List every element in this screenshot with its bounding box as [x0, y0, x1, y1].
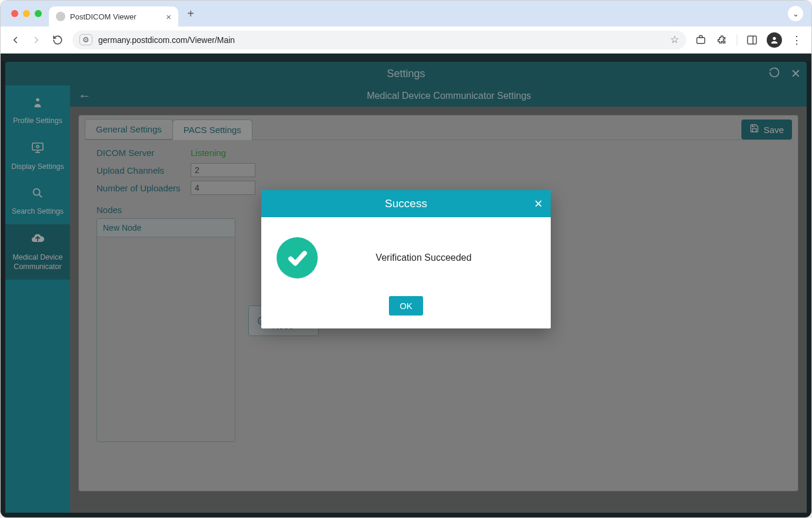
tab-overflow-button[interactable]: ⌄: [788, 6, 803, 21]
site-settings-icon[interactable]: ⚙: [79, 34, 92, 45]
app-viewport: Settings ✕ Profile Settings: [1, 54, 811, 517]
modal-title: Success: [385, 197, 427, 210]
browser-toolbar: ⚙ germany.postdicom.com/Viewer/Main ☆ ⋮: [1, 26, 811, 54]
success-check-icon: [277, 237, 318, 278]
minimize-window-icon[interactable]: [23, 10, 30, 17]
back-button[interactable]: [9, 34, 22, 47]
browser-tabbar: PostDICOM Viewer × + ⌄: [1, 1, 811, 26]
success-modal: Success × Verification Succeeded OK: [261, 190, 551, 328]
modal-message: Verification Succeeded: [335, 253, 535, 263]
toolbar-separator: [737, 34, 737, 46]
svg-rect-0: [697, 37, 704, 43]
tab-title: PostDICOM Viewer: [70, 12, 136, 21]
svg-point-4: [773, 36, 776, 39]
url-text: germany.postdicom.com/Viewer/Main: [98, 35, 235, 45]
kebab-menu-icon[interactable]: ⋮: [790, 34, 803, 47]
tab-close-icon[interactable]: ×: [166, 12, 171, 22]
forward-button[interactable]: [30, 34, 43, 47]
svg-rect-1: [700, 35, 703, 37]
profile-avatar-icon[interactable]: [767, 32, 782, 48]
browser-tab[interactable]: PostDICOM Viewer ×: [49, 6, 178, 26]
modal-body: Verification Succeeded: [261, 217, 551, 288]
close-window-icon[interactable]: [11, 10, 18, 17]
svg-rect-2: [748, 36, 757, 44]
address-bar[interactable]: ⚙ germany.postdicom.com/Viewer/Main ☆: [72, 31, 686, 49]
window-controls: [8, 10, 49, 17]
fullscreen-window-icon[interactable]: [35, 10, 42, 17]
new-tab-button[interactable]: +: [182, 5, 199, 22]
bookmark-star-icon[interactable]: ☆: [670, 34, 679, 46]
extensions-puzzle-icon[interactable]: [716, 34, 728, 47]
side-panel-icon[interactable]: [746, 34, 758, 47]
reload-button[interactable]: [51, 34, 64, 47]
browser-window: PostDICOM Viewer × + ⌄ ⚙ germany.postdic…: [0, 0, 812, 518]
modal-header: Success ×: [261, 190, 551, 217]
modal-ok-button[interactable]: OK: [389, 296, 423, 316]
extension-icon[interactable]: [694, 34, 707, 47]
favicon-icon: [56, 12, 65, 21]
modal-footer: OK: [261, 288, 551, 328]
modal-close-icon[interactable]: ×: [534, 195, 543, 212]
